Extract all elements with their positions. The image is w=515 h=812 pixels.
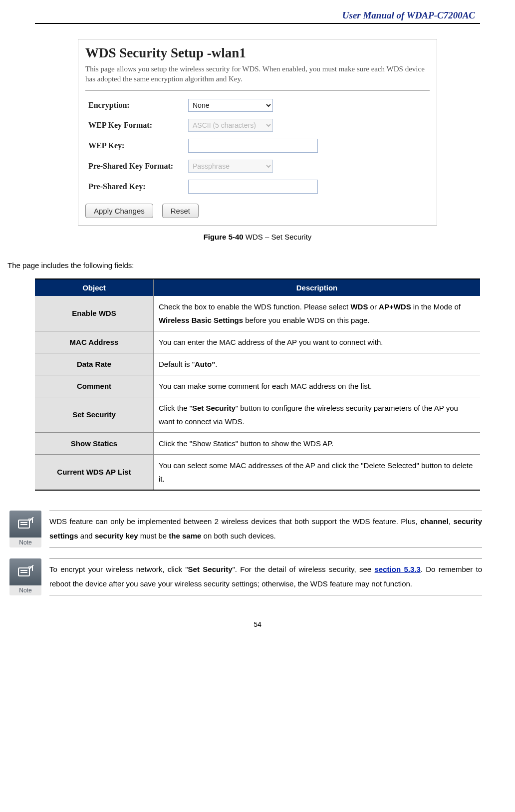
wds-form: Encryption: None WEP Key Format: ASCII (… — [85, 99, 430, 194]
th-object: Object — [35, 279, 154, 296]
figure-caption: Figure 5-40 WDS – Set Security — [35, 233, 480, 241]
note-icon: Note — [7, 511, 43, 547]
note-box: NoteTo encrypt your wireless network, cl… — [7, 558, 482, 595]
object-cell: Data Rate — [35, 353, 154, 375]
manual-title: User Manual of WDAP-C7200AC — [35, 10, 480, 21]
description-cell: You can make some comment for each MAC a… — [154, 375, 481, 397]
psk-key-input[interactable] — [188, 180, 318, 194]
table-row: MAC AddressYou can enter the MAC address… — [35, 331, 480, 353]
description-cell: Click the "Set Security" button to confi… — [154, 397, 481, 432]
note-text: WDS feature can only be implemented betw… — [49, 511, 482, 547]
note-text: To encrypt your wireless network, click … — [49, 558, 482, 595]
note-label: Note — [9, 538, 41, 547]
note-box: NoteWDS feature can only be implemented … — [7, 511, 482, 547]
wep-key-input[interactable] — [188, 139, 318, 153]
description-cell: Default is "Auto". — [154, 353, 481, 375]
table-row: Current WDS AP ListYou can select some M… — [35, 454, 480, 490]
panel-title: WDS Security Setup -wlan1 — [85, 45, 430, 61]
psk-format-label: Pre-Shared Key Format: — [88, 162, 188, 171]
description-cell: You can select some MAC addresses of the… — [154, 454, 481, 490]
object-cell: MAC Address — [35, 331, 154, 353]
wep-format-label: WEP Key Format: — [88, 121, 188, 130]
object-cell: Current WDS AP List — [35, 454, 154, 490]
panel-intro: This page allows you setup the wireless … — [85, 64, 430, 84]
object-cell: Set Security — [35, 397, 154, 432]
object-cell: Comment — [35, 375, 154, 397]
wds-security-screenshot: WDS Security Setup -wlan1 This page allo… — [78, 39, 437, 226]
header-rule — [35, 23, 480, 24]
table-row: Enable WDSCheck the box to enable the WD… — [35, 296, 480, 331]
object-cell: Enable WDS — [35, 296, 154, 331]
description-cell: Check the box to enable the WDS function… — [154, 296, 481, 331]
panel-separator — [85, 90, 430, 91]
encryption-select[interactable]: None — [188, 99, 273, 112]
reset-button[interactable]: Reset — [162, 204, 199, 218]
wep-key-label: WEP Key: — [88, 141, 188, 150]
th-description: Description — [154, 279, 481, 296]
note-icon: Note — [7, 558, 43, 595]
lead-text: The page includes the following fields: — [7, 261, 480, 270]
note-label: Note — [9, 585, 41, 595]
table-row: CommentYou can make some comment for eac… — [35, 375, 480, 397]
psk-key-label: Pre-Shared Key: — [88, 182, 188, 191]
description-cell: Click the "Show Statics" button to show … — [154, 432, 481, 454]
fields-table: Object Description Enable WDSCheck the b… — [35, 278, 480, 491]
table-row: Data RateDefault is "Auto". — [35, 353, 480, 375]
object-cell: Show Statics — [35, 432, 154, 454]
wep-format-select: ASCII (5 characters) — [188, 119, 273, 132]
encryption-label: Encryption: — [88, 101, 188, 110]
psk-format-select: Passphrase — [188, 160, 273, 173]
page-number: 54 — [35, 620, 480, 628]
description-cell: You can enter the MAC address of the AP … — [154, 331, 481, 353]
table-row: Show StaticsClick the "Show Statics" but… — [35, 432, 480, 454]
table-row: Set SecurityClick the "Set Security" but… — [35, 397, 480, 432]
apply-changes-button[interactable]: Apply Changes — [85, 204, 153, 218]
